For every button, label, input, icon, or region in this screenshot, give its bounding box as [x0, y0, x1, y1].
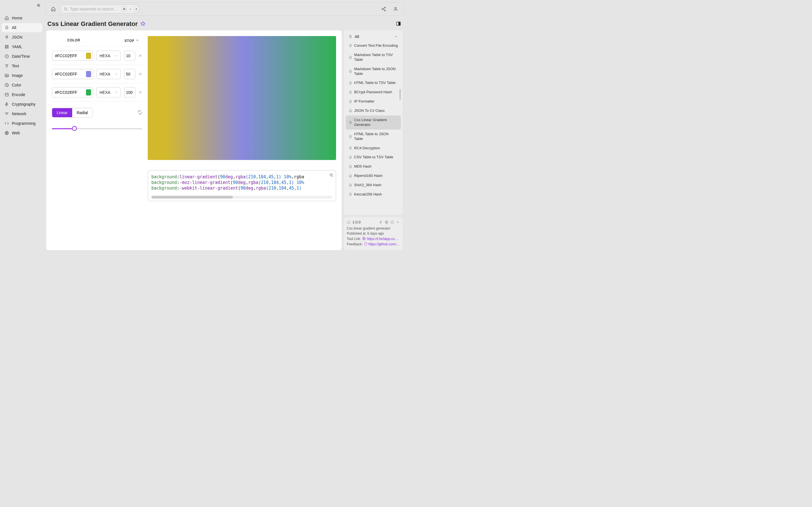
scrollbar-thumb[interactable]	[400, 89, 401, 100]
share-icon[interactable]	[379, 4, 388, 13]
tool-item[interactable]: Ripemd160 Hash	[346, 171, 401, 180]
sidebar-item-date-time[interactable]: Date/Time	[2, 52, 42, 61]
stop-field[interactable]	[126, 72, 133, 76]
color-swatch[interactable]	[86, 89, 91, 96]
chevron-down-icon	[115, 72, 118, 76]
tool-item[interactable]: Convert Text File Encoding	[346, 41, 401, 50]
code-icon	[4, 121, 9, 126]
sidebar-item-json[interactable]: JSON	[2, 33, 42, 42]
tool-list[interactable]: Convert Text File EncodingMarkdown Table…	[346, 41, 401, 199]
stop-field[interactable]	[126, 90, 133, 95]
scrollbar-thumb[interactable]	[151, 196, 233, 199]
version-label: 1.0.0	[352, 220, 361, 224]
panel-toggle-icon[interactable]	[396, 21, 402, 27]
format-value: HEXA	[100, 54, 110, 58]
sidebar-item-all[interactable]: All	[2, 23, 42, 32]
tool-item-label: BCrypt Password Hash	[354, 90, 392, 95]
tool-item-label: RC4 Decryption	[354, 146, 380, 151]
message-icon[interactable]	[363, 242, 367, 246]
tool-item[interactable]: Keccak256 Hash	[346, 190, 401, 199]
tool-item[interactable]: IP Formatter	[346, 97, 401, 106]
color-stop-row: HEXA✕	[52, 83, 142, 102]
tool-item[interactable]: JSON To C# Class	[346, 106, 401, 115]
remove-stop-icon[interactable]: ✕	[139, 72, 142, 76]
tool-item[interactable]: RC4 Decryption	[346, 144, 401, 153]
tool-item[interactable]: HTML Table to TSV Table	[346, 78, 401, 88]
linear-mode-button[interactable]: Linear	[52, 108, 72, 117]
clock-icon	[4, 54, 9, 59]
sidebar-item-image[interactable]: Image	[2, 71, 42, 80]
refresh-icon[interactable]	[138, 110, 142, 115]
sidebar-item-programming[interactable]: Programming	[2, 119, 42, 128]
color-hex-input[interactable]	[52, 69, 93, 79]
sidebar-item-encode[interactable]: Encode	[2, 90, 42, 99]
bell-icon	[349, 44, 352, 48]
sidebar-item-color[interactable]: Color	[2, 80, 42, 90]
color-format-select[interactable]: HEXA	[96, 69, 121, 79]
remove-stop-icon[interactable]: ✕	[139, 54, 142, 58]
color-swatch[interactable]	[86, 71, 91, 77]
sidebar-item-label: Programming	[12, 121, 36, 126]
tool-filter-dropdown[interactable]: All	[346, 32, 401, 41]
sidebar-item-cryptography[interactable]: Cryptography	[2, 100, 42, 109]
bolt-icon[interactable]	[379, 220, 383, 224]
stop-percent-input[interactable]	[124, 51, 135, 61]
search-field[interactable]: ⌘ + K	[61, 4, 139, 13]
check-circle-icon[interactable]	[390, 220, 394, 224]
stop-percent-input[interactable]	[124, 69, 135, 79]
user-icon[interactable]	[391, 4, 400, 13]
css-output-box: background:linear-gradient(90deg,rgba(21…	[148, 170, 336, 201]
copy-link-icon[interactable]	[362, 237, 366, 240]
tool-item[interactable]: SHA3_384 Hash	[346, 180, 401, 190]
tool-item[interactable]: Markdown Table to TSV Table	[346, 50, 401, 64]
remove-stop-icon[interactable]: ✕	[139, 90, 142, 95]
sidebar-item-yaml[interactable]: YAML	[2, 42, 42, 51]
tool-item[interactable]: HTML Table to JSON Table	[346, 129, 401, 144]
color-format-select[interactable]: HEXA	[96, 87, 121, 98]
horizontal-scrollbar[interactable]	[151, 196, 333, 199]
sidebar-item-text[interactable]: Text	[2, 61, 42, 70]
favorite-star-icon[interactable]	[140, 21, 146, 27]
sidebar-item-home[interactable]: Home	[2, 13, 42, 22]
gradient-controls: COLOR STOP HEXA✕HEXA✕HEXA✕ Linear	[52, 36, 142, 244]
sidebar-item-web[interactable]: Web	[2, 128, 42, 137]
sidebar-item-label: Color	[12, 83, 21, 87]
add-stop-icon[interactable]	[135, 38, 139, 43]
bell-icon	[349, 165, 352, 169]
home-button[interactable]	[49, 4, 58, 13]
hex-field[interactable]	[55, 90, 84, 95]
hex-field[interactable]	[55, 54, 84, 58]
tool-link-url[interactable]: https://t.he3app.co…	[367, 237, 398, 241]
radial-mode-button[interactable]: Radial	[72, 108, 93, 117]
tool-link: Tool Link: https://t.he3app.co…	[347, 237, 400, 241]
sidebar-item-network[interactable]: Network	[2, 109, 42, 118]
chevron-down-icon[interactable]	[396, 220, 400, 224]
sidebar-item-label: Text	[12, 64, 19, 68]
bell-icon	[349, 35, 352, 39]
search-input[interactable]	[70, 7, 119, 11]
tool-item[interactable]: Markdown Table to JSON Table	[346, 64, 401, 78]
tool-item[interactable]: MD5 Hash	[346, 162, 401, 171]
color-hex-input[interactable]	[52, 51, 93, 61]
stop-percent-input[interactable]	[124, 87, 135, 98]
color-swatch[interactable]	[86, 53, 91, 59]
slider-thumb[interactable]	[72, 126, 77, 131]
svg-point-14	[395, 7, 396, 9]
tool-item[interactable]: CSV Table to TSV Table	[346, 153, 401, 162]
hex-field[interactable]	[55, 72, 84, 76]
collapse-sidebar-icon[interactable]	[36, 3, 41, 8]
globe-icon[interactable]	[385, 220, 389, 224]
stop-field[interactable]	[126, 54, 133, 58]
right-panel: All Convert Text File EncodingMarkdown T…	[344, 31, 403, 250]
tool-item[interactable]: BCrypt Password Hash	[346, 88, 401, 97]
angle-slider[interactable]	[52, 126, 142, 131]
feedback-url[interactable]: https://github.com/…	[368, 242, 400, 246]
header-color: COLOR	[52, 38, 96, 43]
copy-icon[interactable]	[329, 173, 334, 178]
page-title: Css Linear Gradient Generator	[47, 20, 138, 27]
tool-item[interactable]: Css Linear Gradient Generator	[346, 115, 401, 129]
svg-point-11	[385, 7, 386, 8]
topbar: ⌘ + K	[45, 2, 404, 16]
color-hex-input[interactable]	[52, 87, 93, 98]
color-format-select[interactable]: HEXA	[96, 51, 121, 61]
